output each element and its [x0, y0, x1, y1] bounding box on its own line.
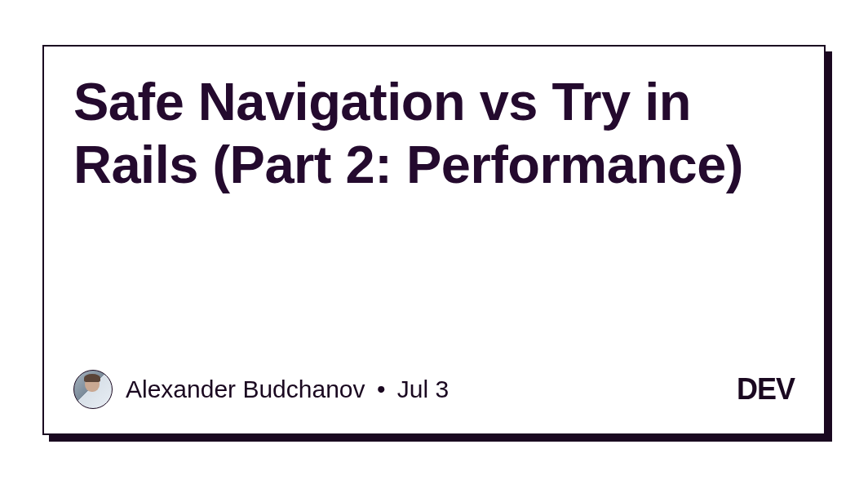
author-meta: Alexander Budchanov • Jul 3 — [126, 376, 449, 403]
author-avatar — [73, 370, 113, 409]
post-card: Safe Navigation vs Try in Rails (Part 2:… — [42, 45, 826, 435]
author-block: Alexander Budchanov • Jul 3 — [73, 370, 449, 409]
author-name: Alexander Budchanov — [126, 376, 365, 402]
separator-dot: • — [377, 376, 386, 402]
post-title: Safe Navigation vs Try in Rails (Part 2:… — [73, 71, 795, 196]
post-footer: Alexander Budchanov • Jul 3 DEV — [73, 370, 795, 409]
brand-logo: DEV — [737, 372, 795, 407]
post-date: Jul 3 — [397, 376, 449, 402]
